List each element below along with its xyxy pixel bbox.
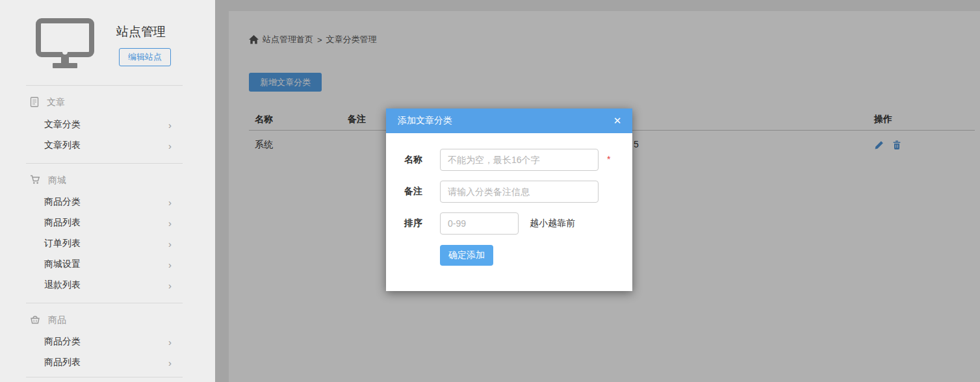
sidebar: 站点管理 编辑站点 文章 文章分类 › 文章列表 › 商城 商品分类 › 商品列… (0, 0, 215, 382)
chevron-right-icon: › (168, 260, 172, 270)
divider (26, 85, 183, 86)
sidebar-section-label: 商品 (48, 314, 66, 326)
divider (26, 303, 183, 303)
sidebar-item-label: 商城设置 (44, 259, 81, 270)
chevron-right-icon: › (168, 239, 172, 249)
sidebar-item-article-category[interactable]: 文章分类 › (44, 118, 172, 131)
sort-field-label: 排序 (404, 218, 422, 229)
sidebar-item-goods-category[interactable]: 商品分类 › (44, 196, 172, 209)
article-icon (30, 97, 39, 109)
page-title: 站点管理 (116, 23, 166, 40)
divider (26, 377, 183, 377)
add-article-category-modal: 添加文章分类 ✕ 名称 * 备注 排序 越小越靠前 确定添加 (386, 108, 632, 291)
name-field[interactable] (440, 149, 599, 171)
modal-header: 添加文章分类 ✕ (386, 108, 632, 133)
name-field-label: 名称 (404, 154, 422, 166)
sidebar-item-label: 订单列表 (44, 238, 81, 249)
sidebar-item-product-category[interactable]: 商品分类 › (44, 335, 172, 348)
required-asterisk: * (607, 154, 610, 164)
chevron-right-icon: › (168, 281, 172, 290)
chevron-right-icon: › (168, 120, 172, 130)
sidebar-section-label: 商城 (48, 175, 66, 186)
cart-icon (30, 175, 40, 186)
sidebar-item-order-list[interactable]: 订单列表 › (44, 237, 172, 250)
chevron-right-icon: › (168, 197, 172, 207)
sidebar-item-label: 商品分类 (44, 336, 81, 348)
sort-hint: 越小越靠前 (530, 218, 575, 229)
sidebar-item-label: 商品列表 (44, 217, 81, 229)
sidebar-section-product: 商品 (30, 314, 66, 327)
close-icon[interactable]: ✕ (612, 115, 623, 127)
sidebar-item-label: 商品分类 (44, 196, 81, 208)
note-field[interactable] (440, 181, 599, 203)
divider (26, 163, 183, 164)
confirm-add-button[interactable]: 确定添加 (440, 245, 493, 266)
note-field-label: 备注 (404, 186, 422, 197)
sidebar-item-mall-settings[interactable]: 商城设置 › (44, 258, 172, 271)
monitor-icon (36, 18, 94, 71)
sidebar-item-goods-list[interactable]: 商品列表 › (44, 216, 172, 229)
chevron-right-icon: › (168, 218, 172, 228)
sidebar-item-label: 商品列表 (44, 357, 81, 368)
sidebar-item-label: 退款列表 (44, 279, 81, 291)
sidebar-section-label: 文章 (47, 97, 65, 108)
chevron-right-icon: › (168, 337, 172, 347)
sort-field[interactable] (440, 212, 519, 235)
sidebar-section-article: 文章 (30, 96, 65, 109)
sidebar-section-mall: 商城 (30, 174, 66, 187)
basket-icon (30, 314, 40, 326)
sidebar-item-product-list[interactable]: 商品列表 › (44, 356, 172, 369)
chevron-right-icon: › (168, 358, 172, 368)
modal-title: 添加文章分类 (398, 115, 452, 127)
sidebar-item-refund-list[interactable]: 退款列表 › (44, 279, 172, 292)
sidebar-item-article-list[interactable]: 文章列表 › (44, 139, 172, 152)
sidebar-item-label: 文章列表 (44, 140, 81, 151)
edit-site-button[interactable]: 编辑站点 (119, 48, 171, 66)
sidebar-item-label: 文章分类 (44, 119, 81, 131)
chevron-right-icon: › (168, 141, 172, 151)
